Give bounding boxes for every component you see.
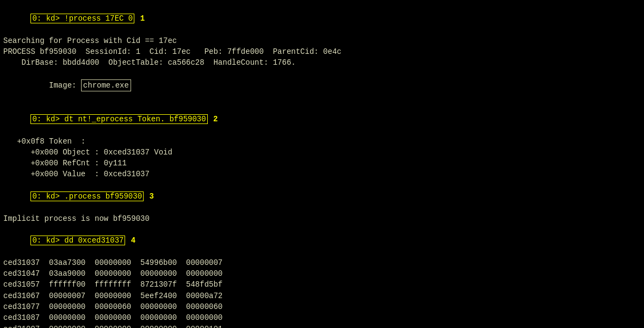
line-mem6: ced31087 00000000 00000000 00000000 0000…	[3, 312, 641, 323]
line-mem2: ced31047 03aa9000 00000000 00000000 0000…	[3, 268, 641, 279]
cmd3-box: 0: kd> .process bf959030	[30, 191, 144, 201]
line-out4: Image: chrome.exe	[3, 69, 641, 103]
line-out3: DirBase: bbdd4d00 ObjectTable: ca566c28 …	[3, 57, 641, 68]
line-out2: PROCESS bf959030 SessionId: 1 Cid: 17ec …	[3, 46, 641, 57]
image-value: chrome.exe	[81, 79, 131, 91]
line-cmd1: 0: kd> !process 17EC 0 1	[3, 2, 641, 35]
image-prefix: Image:	[30, 81, 81, 90]
label-1: 1	[135, 14, 145, 23]
output-area: 0: kd> !process 17EC 0 1 Searching for P…	[3, 2, 641, 328]
label-2: 2	[209, 115, 218, 123]
cmd2-box: 0: kd> dt nt!_eprocess Token. bf959030	[30, 114, 207, 124]
line-out8: +0x000 Value : 0xced31037	[3, 169, 641, 180]
line-out1: Searching for Process with Cid == 17ec	[3, 35, 641, 46]
cmd4-box: 0: kd> dd 0xced31037	[30, 236, 125, 245]
line-mem1: ced31037 03aa7300 00000000 54996b00 0000…	[3, 257, 641, 268]
cmd1-box: 0: kd> !process 17EC 0	[30, 14, 134, 23]
line-mem7: ced31097 00000000 00000000 00000000 0000…	[3, 324, 641, 328]
line-out7: +0x000 RefCnt : 0y111	[3, 158, 641, 169]
line-cmd2: 0: kd> dt nt!_eprocess Token. bf959030 2	[3, 103, 641, 136]
line-cmd4: 0: kd> dd 0xced31037 4	[3, 224, 641, 257]
line-out9: Implicit process is now bf959030	[3, 213, 641, 224]
label-3: 3	[145, 192, 154, 201]
line-out5: +0x0f8 Token :	[3, 136, 641, 147]
line-cmd3: 0: kd> .process bf959030 3	[3, 180, 641, 213]
label-4: 4	[126, 236, 135, 245]
line-mem3: ced31057 ffffff00 ffffffff 8721307f 548f…	[3, 279, 641, 290]
line-mem5: ced31077 00000000 00000060 00000000 0000…	[3, 301, 641, 312]
line-mem4: ced31067 00000007 00000000 5eef2400 0000…	[3, 290, 641, 301]
line-out6: +0x000 Object : 0xced31037 Void	[3, 147, 641, 158]
terminal-window: 0: kd> !process 17EC 0 1 Searching for P…	[0, 0, 644, 328]
